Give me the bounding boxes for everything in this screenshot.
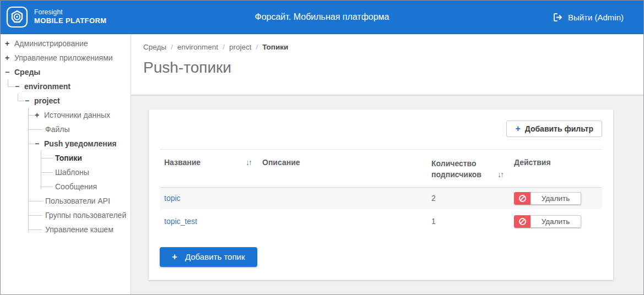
add-filter-button[interactable]: + Добавить фильтр xyxy=(506,121,602,137)
table-row: topic_test 1 Удалить xyxy=(160,211,602,234)
breadcrumb-environments[interactable]: Среды xyxy=(143,43,166,51)
topic-subscriber-count: 2 xyxy=(427,189,510,207)
sidebar-item-environments[interactable]: −Среды xyxy=(1,65,131,79)
page-header: Среды / environment / project / Топики P… xyxy=(131,34,643,95)
topic-description xyxy=(258,194,427,203)
breadcrumb: Среды / environment / project / Топики xyxy=(143,43,643,51)
sidebar-tree: +Администрирование +Управление приложени… xyxy=(1,34,131,295)
table-row: topic 2 Удалить xyxy=(160,188,602,211)
topics-card: + Добавить фильтр Название ↓↑ Описание xyxy=(149,110,613,280)
sidebar-item-cache-management[interactable]: Управление кэшем xyxy=(1,222,131,237)
sidebar-item-messages[interactable]: Сообщения xyxy=(1,179,131,194)
sidebar-item-files[interactable]: Файлы xyxy=(1,122,131,136)
sidebar-item-user-groups[interactable]: Группы пользователей xyxy=(1,208,131,222)
sort-icon[interactable]: ↓↑ xyxy=(246,158,253,167)
table-header-row: Название ↓↑ Описание Количество подписчи… xyxy=(160,150,602,188)
sidebar-item-project[interactable]: −project xyxy=(1,94,131,108)
topic-subscriber-count: 1 xyxy=(427,212,510,230)
collapse-icon[interactable]: − xyxy=(25,94,34,108)
sidebar-item-topics[interactable]: Топики xyxy=(1,151,131,165)
expand-icon[interactable]: + xyxy=(5,36,14,51)
breadcrumb-environment[interactable]: environment xyxy=(177,43,218,51)
sidebar-item-api-users[interactable]: Пользователи API xyxy=(1,194,131,208)
sidebar-item-templates[interactable]: Шаблоны xyxy=(1,165,131,179)
column-header-actions: Действия xyxy=(510,150,602,187)
sidebar-item-app-management[interactable]: +Управление приложениями xyxy=(1,51,131,65)
expand-icon[interactable]: + xyxy=(5,51,14,65)
sort-icon[interactable]: ↓↑ xyxy=(494,169,505,180)
plus-icon: + xyxy=(515,124,520,134)
page-title: Push-топики xyxy=(143,59,643,77)
column-header-description: Описание xyxy=(258,150,427,187)
collapse-icon[interactable]: − xyxy=(5,65,14,79)
column-header-subscribers[interactable]: Количество подписчиков ↓↑ xyxy=(427,150,510,187)
logout-label: Выйти (Admin) xyxy=(568,13,624,22)
sidebar-item-data-sources[interactable]: +Источники данных xyxy=(1,108,131,122)
breadcrumb-separator: / xyxy=(171,43,173,51)
add-topic-button[interactable]: + Добавить топик xyxy=(160,247,257,267)
ban-icon xyxy=(519,195,526,202)
sidebar-item-environment[interactable]: −environment xyxy=(1,79,131,94)
ban-icon xyxy=(519,218,526,225)
logout-icon xyxy=(553,13,562,22)
breadcrumb-topics: Топики xyxy=(262,43,288,51)
topic-description xyxy=(258,217,427,226)
expand-icon[interactable]: + xyxy=(35,108,44,122)
topic-link[interactable]: topic_test xyxy=(164,217,197,226)
collapse-icon[interactable]: − xyxy=(35,136,44,151)
delete-topic-button[interactable]: Удалить xyxy=(514,192,581,205)
topics-table: Название ↓↑ Описание Количество подписчи… xyxy=(160,149,602,234)
breadcrumb-separator: / xyxy=(256,43,258,51)
sidebar-item-push-notifications[interactable]: −Push уведомления xyxy=(1,136,131,151)
breadcrumb-project[interactable]: project xyxy=(229,43,252,51)
topic-link[interactable]: topic xyxy=(164,194,181,203)
brand-name: Foresight xyxy=(34,8,106,17)
plus-icon: + xyxy=(172,252,177,263)
app-header: Foresight MOBILE PLATFORM Форсайт. Мобил… xyxy=(1,1,643,34)
sidebar-item-administration[interactable]: +Администрирование xyxy=(1,36,131,51)
logout-button[interactable]: Выйти (Admin) xyxy=(553,13,624,22)
delete-topic-button[interactable]: Удалить xyxy=(514,215,581,228)
brand-product: MOBILE PLATFORM xyxy=(34,17,106,25)
collapse-icon[interactable]: − xyxy=(15,79,24,94)
app-logo[interactable]: Foresight MOBILE PLATFORM xyxy=(6,6,106,28)
foresight-logo-icon xyxy=(6,6,28,28)
column-header-name[interactable]: Название ↓↑ xyxy=(160,150,258,187)
breadcrumb-separator: / xyxy=(223,43,225,51)
